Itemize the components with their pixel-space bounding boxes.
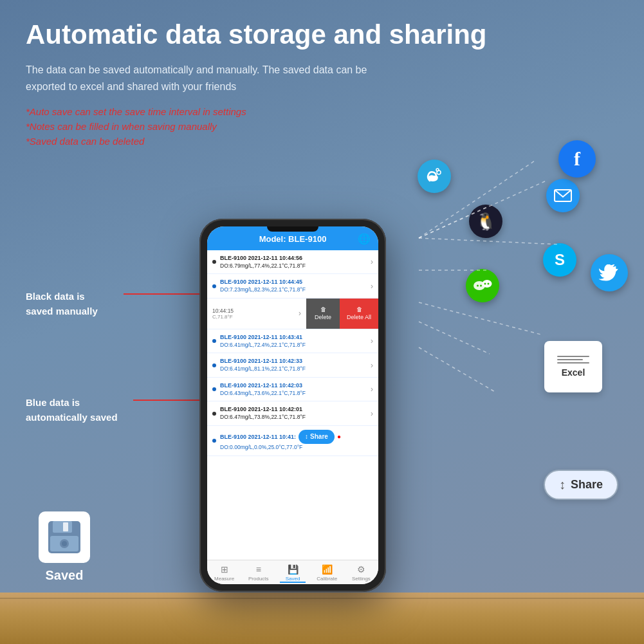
item-text: BLE-9100 2021-12-11 10:44:45 DO:7.23mg/L… bbox=[220, 278, 371, 293]
delete-all-button[interactable]: 🗑 Delete All bbox=[340, 299, 378, 329]
list-item[interactable]: BLE-9100 2021-12-11 10:44:56 DO:6.79mg/L… bbox=[207, 250, 378, 274]
delete-row: 10:44:15 C,71.8°F › 🗑 Delete 🗑 Delete Al… bbox=[207, 299, 378, 329]
svg-point-5 bbox=[62, 541, 67, 546]
chevron-right-icon: › bbox=[371, 385, 373, 394]
arrow-blue bbox=[133, 400, 204, 401]
list-item[interactable]: BLE-9100 2021-12-11 10:44:45 DO:7.23mg/L… bbox=[207, 274, 378, 298]
email-icon bbox=[546, 179, 580, 212]
item-text: BLE-9100 2021-12-11 10:42:33 DO:6.41mg/L… bbox=[220, 357, 371, 373]
trash-icon: 🗑 bbox=[320, 306, 326, 313]
excel-box: Excel bbox=[544, 341, 602, 392]
nav-item-settings[interactable]: ⚙ Settings bbox=[344, 563, 378, 583]
black-dot bbox=[212, 412, 216, 416]
globe-icon[interactable]: 🌐 bbox=[358, 233, 371, 245]
svg-point-13 bbox=[484, 283, 486, 285]
svg-point-10 bbox=[483, 280, 492, 288]
feature-list: *Auto save can set the save time interva… bbox=[26, 106, 618, 147]
calibrate-icon: 📶 bbox=[322, 564, 333, 575]
facebook-icon: f bbox=[558, 140, 596, 178]
svg-point-12 bbox=[480, 285, 482, 287]
list-item[interactable]: BLE-9100 2021-12-11 10:42:03 DO:6.43mg/L… bbox=[207, 378, 378, 401]
list-item[interactable]: BLE-9100 2021-12-11 10:42:33 DO:6.41mg/L… bbox=[207, 353, 378, 377]
chevron-right-icon: › bbox=[371, 336, 373, 345]
list-item[interactable]: BLE-9100 2021-12-11 10:42:01 DO:6.47mg/L… bbox=[207, 401, 378, 425]
feature-item-1: *Auto save can set the save time interva… bbox=[26, 106, 618, 117]
list-item[interactable]: BLE-9100 2021-12-11 10:43:41 DO:6.41mg/L… bbox=[207, 329, 378, 353]
feature-item-3: *Saved data can be deleted bbox=[26, 136, 618, 147]
svg-rect-2 bbox=[63, 522, 68, 531]
saved-section: Saved bbox=[39, 511, 90, 583]
floor bbox=[0, 593, 644, 644]
blue-dot bbox=[212, 363, 216, 367]
nav-item-measure[interactable]: ⊞ Measure bbox=[207, 563, 241, 583]
weibo-icon bbox=[418, 160, 451, 193]
item-text: BLE-9100 2021-12-11 10:41: ↕ Share ● DO:… bbox=[220, 430, 373, 452]
svg-rect-1 bbox=[53, 521, 72, 533]
nav-item-products[interactable]: ≡ Products bbox=[241, 563, 275, 583]
arrow-black bbox=[124, 293, 207, 295]
share-arrows-icon: ↕ bbox=[559, 477, 566, 492]
blue-dot bbox=[212, 439, 216, 443]
floppy-disk-icon bbox=[45, 518, 84, 557]
app-header-title: Model: BLE-9100 bbox=[259, 234, 327, 244]
wechat-icon bbox=[466, 269, 499, 302]
qq-icon: 🐧 bbox=[469, 205, 502, 238]
svg-point-11 bbox=[477, 285, 479, 287]
chevron-right-icon: › bbox=[371, 257, 373, 266]
list-item[interactable]: BLE-9100 2021-12-11 10:41: ↕ Share ● DO:… bbox=[207, 426, 378, 456]
annotation-black: Black data issaved manually bbox=[26, 290, 98, 318]
svg-point-14 bbox=[488, 283, 490, 285]
svg-point-7 bbox=[436, 169, 439, 171]
excel-label: Excel bbox=[562, 367, 585, 378]
share-float-button[interactable]: ↕ Share bbox=[299, 430, 335, 444]
annotation-blue: Blue data isautomatically saved bbox=[26, 396, 118, 425]
chevron-right-icon: › bbox=[371, 361, 373, 370]
share-big-button[interactable]: ↕ Share bbox=[544, 470, 618, 500]
bottom-nav: ⊞ Measure ≡ Products 💾 Saved 📶 Calibrate bbox=[207, 560, 378, 584]
item-text: BLE-9100 2021-12-11 10:43:41 DO:6.41mg/L… bbox=[220, 333, 371, 349]
saved-label: Saved bbox=[46, 568, 84, 583]
measure-icon: ⊞ bbox=[221, 564, 228, 575]
products-icon: ≡ bbox=[256, 564, 261, 575]
item-text: BLE-9100 2021-12-11 10:42:01 DO:6.47mg/L… bbox=[220, 405, 371, 421]
phone-wrapper: Model: BLE-9100 🌐 BLE-9100 2021-12-11 10… bbox=[199, 219, 386, 592]
share-big-label: Share bbox=[571, 478, 603, 492]
item-text: BLE-9100 2021-12-11 10:42:03 DO:6.43mg/L… bbox=[220, 382, 371, 397]
delete-row-content: 10:44:15 C,71.8°F › bbox=[207, 299, 306, 329]
phone-screen: Model: BLE-9100 🌐 BLE-9100 2021-12-11 10… bbox=[207, 226, 378, 584]
subtitle: The data can be saved automatically and … bbox=[26, 62, 386, 95]
excel-lines-icon bbox=[557, 356, 589, 363]
main-content: Automatic data storage and sharing The d… bbox=[26, 19, 618, 153]
share-arrows-icon: ↕ bbox=[305, 432, 308, 441]
saved-nav-icon: 💾 bbox=[288, 564, 299, 575]
black-dot bbox=[212, 260, 216, 264]
chevron-right-icon: › bbox=[371, 282, 373, 291]
phone-notch bbox=[267, 226, 318, 232]
chevron-right-icon: › bbox=[371, 409, 373, 418]
settings-icon: ⚙ bbox=[357, 564, 365, 575]
phone-outer: Model: BLE-9100 🌐 BLE-9100 2021-12-11 10… bbox=[199, 219, 386, 592]
nav-item-saved[interactable]: 💾 Saved bbox=[275, 563, 309, 583]
twitter-icon bbox=[591, 254, 628, 291]
trash-all-icon: 🗑 bbox=[356, 306, 362, 313]
data-list: BLE-9100 2021-12-11 10:44:56 DO:6.79mg/L… bbox=[207, 250, 378, 560]
saved-icon bbox=[39, 511, 90, 563]
blue-dot bbox=[212, 339, 216, 343]
nav-item-calibrate[interactable]: 📶 Calibrate bbox=[310, 563, 344, 583]
blue-dot bbox=[212, 284, 216, 288]
feature-item-2: *Notes can be filled in when saving manu… bbox=[26, 121, 618, 132]
delete-button[interactable]: 🗑 Delete bbox=[306, 299, 340, 329]
page-title: Automatic data storage and sharing bbox=[26, 19, 618, 50]
skype-icon: S bbox=[543, 243, 576, 277]
item-text: BLE-9100 2021-12-11 10:44:56 DO:6.79mg/L… bbox=[220, 254, 371, 270]
blue-dot bbox=[212, 387, 216, 391]
